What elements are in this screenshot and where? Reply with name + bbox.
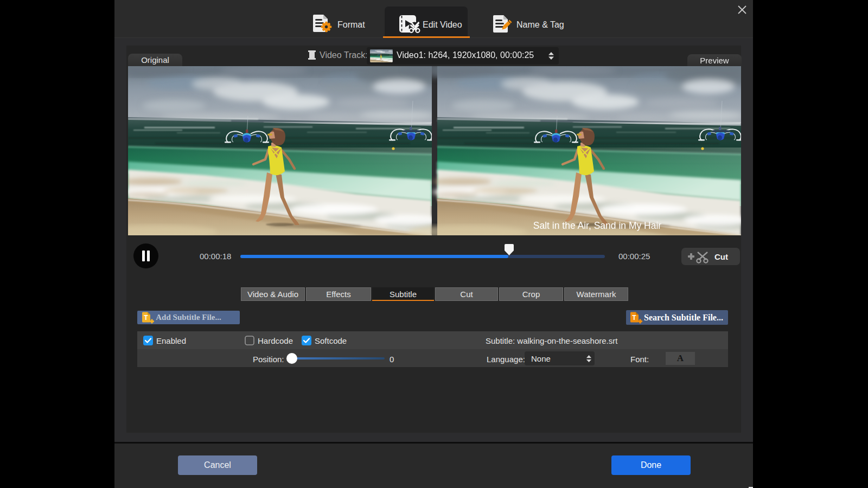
- svg-text:T: T: [632, 314, 636, 322]
